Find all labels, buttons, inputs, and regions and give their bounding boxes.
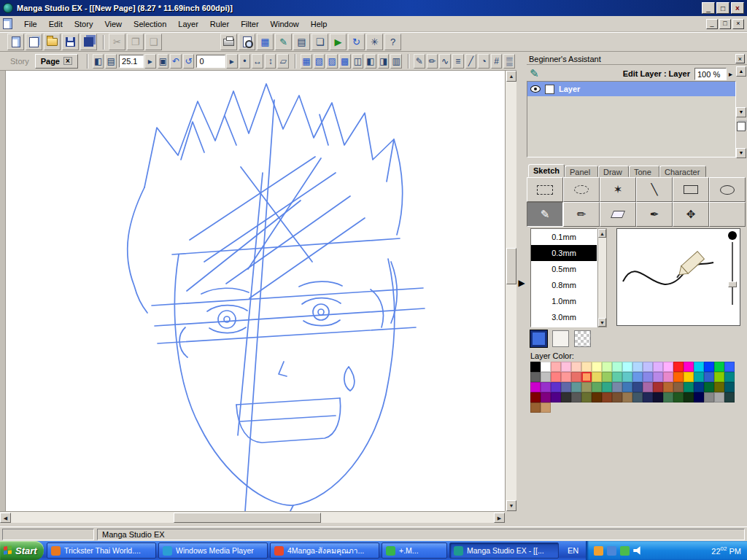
page-spread-button[interactable]: ◨ bbox=[378, 54, 390, 69]
palette-color-swatch[interactable] bbox=[724, 392, 735, 402]
palette-color-swatch[interactable] bbox=[551, 392, 561, 402]
pen-scroll-down-icon[interactable]: ▼ bbox=[598, 318, 606, 327]
panel-header[interactable]: Beginner's Assistant × bbox=[527, 53, 747, 65]
pen-size-list[interactable]: 0.1mm 0.3mm 0.5mm 0.8mm 1.0mm 3.0mm bbox=[530, 228, 597, 327]
palette-color-swatch[interactable] bbox=[622, 362, 632, 372]
brush-tool-button[interactable]: ✒ bbox=[636, 202, 673, 227]
layer-thumbnail[interactable] bbox=[545, 85, 554, 94]
palette-color-swatch[interactable] bbox=[561, 362, 571, 372]
palette-color-swatch[interactable] bbox=[541, 372, 551, 382]
palette-color-swatch[interactable] bbox=[643, 362, 653, 372]
palette-color-swatch[interactable] bbox=[724, 372, 735, 382]
color-swatch-plain[interactable] bbox=[552, 330, 569, 347]
palette-color-swatch[interactable] bbox=[530, 362, 541, 372]
tab-panel[interactable]: Panel bbox=[565, 166, 598, 177]
palette-color-swatch[interactable] bbox=[643, 382, 653, 392]
lasso-tool-button[interactable] bbox=[563, 177, 600, 202]
palette-color-swatch[interactable] bbox=[530, 392, 541, 402]
palette-color-swatch[interactable] bbox=[714, 392, 724, 402]
history-button[interactable]: ↻ bbox=[348, 34, 365, 50]
rotate-view-button[interactable]: ↺ bbox=[183, 54, 195, 69]
flip-view-button[interactable]: ◧ bbox=[93, 54, 104, 69]
palette-color-swatch[interactable] bbox=[622, 382, 632, 392]
minimize-button[interactable]: _ bbox=[702, 2, 715, 14]
rotation-menu-arrow[interactable]: ▸ bbox=[226, 54, 238, 69]
ellipse-tool-button[interactable] bbox=[709, 177, 746, 202]
snap-grid-button[interactable]: ▨ bbox=[326, 54, 338, 69]
scroll-left-icon[interactable]: ◀ bbox=[0, 513, 11, 523]
page-tab-close-icon[interactable]: × bbox=[63, 57, 72, 65]
new-layer-icon[interactable] bbox=[737, 122, 746, 131]
tab-draw[interactable]: Draw bbox=[598, 166, 629, 177]
move-tool-button[interactable]: ✥ bbox=[673, 202, 709, 227]
palette-color-swatch[interactable] bbox=[602, 392, 612, 402]
crop-mark-button[interactable]: ◧ bbox=[365, 54, 376, 69]
horizontal-scrollbar[interactable]: ◀ ▶ bbox=[0, 511, 505, 523]
palette-color-swatch[interactable] bbox=[673, 372, 684, 382]
palette-color-swatch[interactable] bbox=[653, 392, 663, 402]
palette-color-swatch[interactable] bbox=[653, 362, 663, 372]
palette-color-swatch[interactable] bbox=[571, 362, 581, 372]
show-tone-area-button[interactable]: ◔ bbox=[478, 54, 489, 69]
menu-selection[interactable]: Selection bbox=[128, 18, 172, 31]
palette-color-swatch[interactable] bbox=[530, 382, 541, 392]
palette-color-swatch[interactable] bbox=[694, 372, 704, 382]
palette-color-swatch[interactable] bbox=[612, 382, 622, 392]
layer-row[interactable]: Layer bbox=[527, 82, 735, 96]
taskbar-item-4manga[interactable]: 4Manga-สังคมคุณภา... bbox=[270, 542, 379, 559]
palette-color-swatch[interactable] bbox=[653, 372, 663, 382]
page-thumbnails-button[interactable]: ▤ bbox=[105, 54, 117, 69]
scroll-down-icon[interactable]: ▼ bbox=[506, 500, 516, 511]
palette-color-swatch[interactable] bbox=[530, 372, 541, 382]
layer-opacity-value[interactable]: 100 % bbox=[694, 68, 727, 80]
palette-color-swatch[interactable] bbox=[592, 372, 602, 382]
palette-color-swatch[interactable] bbox=[530, 402, 541, 413]
palette-color-swatch[interactable] bbox=[561, 392, 571, 402]
child-minimize-button[interactable]: _ bbox=[706, 19, 718, 29]
actions-button[interactable]: ▶ bbox=[330, 34, 347, 50]
menu-window[interactable]: Window bbox=[265, 18, 305, 31]
reset-view-button[interactable]: • bbox=[239, 54, 251, 69]
palette-color-swatch[interactable] bbox=[581, 382, 592, 392]
help-button[interactable]: ? bbox=[384, 34, 401, 50]
palette-color-swatch[interactable] bbox=[714, 382, 724, 392]
menu-help[interactable]: Help bbox=[305, 18, 333, 31]
palette-color-swatch[interactable] bbox=[632, 362, 643, 372]
rotation-value[interactable]: 0 bbox=[196, 55, 225, 68]
network-icon[interactable] bbox=[607, 546, 616, 556]
show-frame-button[interactable]: # bbox=[491, 54, 503, 69]
taskbar-item-trickster[interactable]: Trickster Thai World.... bbox=[47, 542, 156, 559]
pen-size-option[interactable]: 0.8mm bbox=[531, 277, 597, 293]
panel-collapse-arrow-icon[interactable]: ▶ bbox=[516, 276, 527, 290]
show-pen-button[interactable]: ✏ bbox=[427, 54, 438, 69]
child-close-button[interactable]: × bbox=[732, 19, 744, 29]
menu-edit[interactable]: Edit bbox=[43, 18, 69, 31]
palette-color-swatch[interactable] bbox=[612, 372, 622, 382]
palette-color-swatch[interactable] bbox=[724, 362, 735, 372]
show-ruler-button[interactable]: ∿ bbox=[439, 54, 451, 69]
eraser-tool-button[interactable] bbox=[600, 202, 636, 227]
palette-color-swatch[interactable] bbox=[694, 362, 704, 372]
layer-manager-button[interactable]: ❏ bbox=[311, 34, 328, 50]
palette-color-swatch[interactable] bbox=[541, 362, 551, 372]
color-swatch-blue-selected[interactable] bbox=[530, 330, 547, 347]
clock[interactable]: 2202 PM bbox=[711, 545, 741, 556]
palette-color-swatch[interactable] bbox=[684, 362, 694, 372]
palette-color-swatch[interactable] bbox=[632, 382, 643, 392]
line-tool-button[interactable]: ╲ bbox=[636, 177, 673, 202]
palette-color-swatch[interactable] bbox=[673, 362, 684, 372]
palette-color-swatch[interactable] bbox=[704, 382, 714, 392]
palette-color-swatch[interactable] bbox=[592, 392, 602, 402]
palette-color-swatch[interactable] bbox=[694, 382, 704, 392]
palette-color-swatch[interactable] bbox=[571, 382, 581, 392]
story-manager-button[interactable]: ▤ bbox=[293, 34, 310, 50]
layer-list[interactable]: Layer bbox=[527, 81, 736, 158]
taskbar-item-media-player[interactable]: Windows Media Player bbox=[158, 542, 268, 559]
palette-color-swatch[interactable] bbox=[571, 392, 581, 402]
flip-vertical-button[interactable]: ↕ bbox=[265, 54, 276, 69]
palette-color-swatch[interactable] bbox=[551, 382, 561, 392]
flip-horizontal-button[interactable]: ↔ bbox=[252, 54, 263, 69]
rail-scroll-up-icon[interactable]: ▲ bbox=[736, 66, 746, 77]
pen-size-option[interactable]: 0.5mm bbox=[531, 261, 597, 277]
palette-color-swatch[interactable] bbox=[684, 372, 694, 382]
